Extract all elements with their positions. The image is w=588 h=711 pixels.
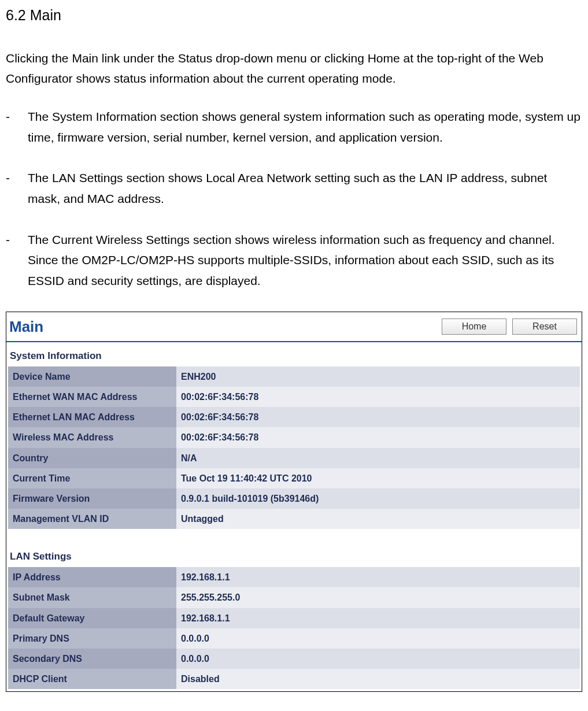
row-label: Primary DNS — [8, 628, 176, 649]
row-label: DHCP Client — [8, 669, 176, 689]
bullet-item: - The LAN Settings section shows Local A… — [6, 168, 582, 209]
table-row: Management VLAN ID Untagged — [8, 509, 580, 529]
table-row: Current Time Tue Oct 19 11:40:42 UTC 201… — [8, 468, 580, 488]
row-value: Untagged — [176, 509, 580, 529]
row-value: 00:02:6F:34:56:78 — [176, 387, 580, 407]
row-label: Device Name — [8, 366, 176, 387]
row-label: Ethernet LAN MAC Address — [8, 407, 176, 427]
lan-settings-heading: LAN Settings — [8, 546, 580, 567]
system-info-table: Device Name ENH200 Ethernet WAN MAC Addr… — [8, 366, 580, 529]
reset-button[interactable]: Reset — [512, 319, 577, 335]
page-title: Main — [6, 312, 46, 341]
table-row: Device Name ENH200 — [8, 366, 580, 387]
status-screenshot: Main Home Reset System Information Devic… — [6, 312, 582, 693]
bullet-text: The Current Wireless Settings section sh… — [28, 229, 582, 291]
row-label: Management VLAN ID — [8, 509, 176, 529]
bullet-item: - The Current Wireless Settings section … — [6, 229, 582, 291]
row-value: 192.168.1.1 — [176, 567, 580, 587]
bullet-text: The System Information section shows gen… — [28, 106, 582, 147]
row-value: 255.255.255.0 — [176, 587, 580, 608]
row-value: ENH200 — [176, 366, 580, 387]
table-row: Subnet Mask 255.255.255.0 — [8, 587, 580, 608]
row-label: Default Gateway — [8, 608, 176, 628]
intro-text: Clicking the Main link under the Status … — [6, 48, 582, 89]
table-row: Secondary DNS 0.0.0.0 — [8, 649, 580, 669]
table-row: Firmware Version 0.9.0.1 build-101019 (5… — [8, 488, 580, 509]
section-heading: 6.2 Main — [6, 3, 582, 28]
row-value: N/A — [176, 448, 580, 468]
table-row: Ethernet WAN MAC Address 00:02:6F:34:56:… — [8, 387, 580, 407]
bullet-dash: - — [6, 229, 28, 291]
row-value: 0.0.0.0 — [176, 649, 580, 669]
header-buttons: Home Reset — [436, 319, 582, 335]
row-value: 00:02:6F:34:56:78 — [176, 427, 580, 447]
row-label: Secondary DNS — [8, 649, 176, 669]
table-row: Default Gateway 192.168.1.1 — [8, 608, 580, 628]
table-row: Primary DNS 0.0.0.0 — [8, 628, 580, 649]
row-value: Disabled — [176, 669, 580, 689]
home-button[interactable]: Home — [442, 319, 506, 335]
system-info-heading: System Information — [8, 346, 580, 366]
bullet-text: The LAN Settings section shows Local Are… — [28, 168, 582, 209]
bullet-item: - The System Information section shows g… — [6, 106, 582, 147]
row-label: Wireless MAC Address — [8, 427, 176, 447]
row-value: Tue Oct 19 11:40:42 UTC 2010 — [176, 468, 580, 488]
table-row: IP Address 192.168.1.1 — [8, 567, 580, 587]
row-label: Country — [8, 448, 176, 468]
bullet-dash: - — [6, 106, 28, 147]
table-row: Ethernet LAN MAC Address 00:02:6F:34:56:… — [8, 407, 580, 427]
table-row: DHCP Client Disabled — [8, 669, 580, 689]
row-value: 00:02:6F:34:56:78 — [176, 407, 580, 427]
row-label: Current Time — [8, 468, 176, 488]
status-body: System Information Device Name ENH200 Et… — [6, 342, 582, 691]
table-row: Country N/A — [8, 448, 580, 468]
bullet-list: - The System Information section shows g… — [6, 106, 582, 291]
row-value: 0.9.0.1 build-101019 (5b39146d) — [176, 488, 580, 509]
row-label: IP Address — [8, 567, 176, 587]
row-value: 0.0.0.0 — [176, 628, 580, 649]
table-row: Wireless MAC Address 00:02:6F:34:56:78 — [8, 427, 580, 447]
bullet-dash: - — [6, 168, 28, 209]
status-header: Main Home Reset — [6, 312, 582, 342]
row-label: Ethernet WAN MAC Address — [8, 387, 176, 407]
lan-settings-table: IP Address 192.168.1.1 Subnet Mask 255.2… — [8, 567, 580, 689]
row-value: 192.168.1.1 — [176, 608, 580, 628]
row-label: Firmware Version — [8, 488, 176, 509]
row-label: Subnet Mask — [8, 587, 176, 608]
